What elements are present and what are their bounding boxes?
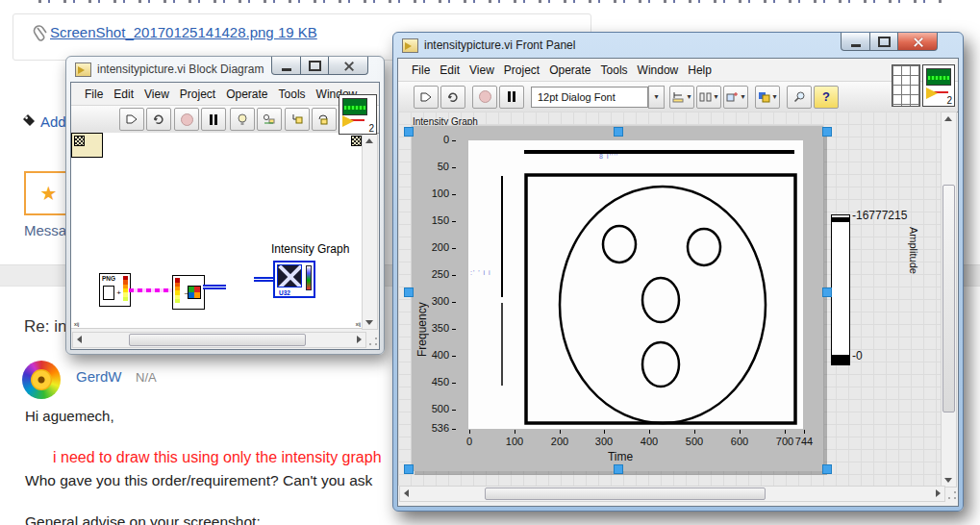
run-continuous-button[interactable]	[440, 86, 465, 109]
vi-icon[interactable]: 2	[339, 94, 377, 135]
array-wire-2[interactable]	[254, 277, 274, 282]
reorder-button[interactable]: ▾	[755, 86, 780, 109]
pixmap-wire[interactable]	[129, 288, 173, 292]
attachment-link[interactable]: ScreenShot_20170125141428.png 19 KB	[50, 24, 317, 40]
run-continuous-icon	[152, 113, 165, 125]
abort-button[interactable]	[174, 108, 199, 131]
scroll-thumb[interactable]	[129, 334, 306, 346]
font-dropdown-button[interactable]: ▾	[648, 86, 665, 109]
retain-wire-values-button[interactable]	[257, 108, 282, 131]
fp-panel-area[interactable]: Intensity Graph	[398, 112, 944, 486]
close-button[interactable]	[328, 57, 368, 75]
scroll-thumb[interactable]	[485, 488, 766, 500]
step-over-button[interactable]	[312, 108, 337, 131]
menu-item[interactable]: Operate	[226, 88, 267, 101]
menu-item[interactable]: Project	[180, 88, 215, 101]
intensity-graph-terminal[interactable]: U32	[273, 261, 315, 298]
read-png-node[interactable]: PNG	[99, 273, 131, 307]
unflatten-pixmap-node[interactable]: →	[172, 275, 205, 310]
menu-item[interactable]: File	[85, 88, 103, 101]
menu-item[interactable]: Project	[504, 63, 540, 77]
pause-button[interactable]	[201, 108, 226, 131]
selection-handle[interactable]	[614, 464, 623, 474]
maximize-button[interactable]	[301, 57, 328, 75]
x-axis-tick: 600	[723, 436, 756, 447]
run-continuous-button[interactable]	[146, 108, 171, 131]
resize-grip[interactable]	[366, 336, 379, 348]
scroll-left-icon[interactable]	[77, 336, 82, 343]
intensity-graph-control[interactable]: 8 I'''' :' ' i i 05010015020025030035040…	[411, 125, 823, 471]
grid-align-icon[interactable]	[892, 64, 920, 107]
scroll-right-icon[interactable]	[357, 336, 362, 343]
menu-item[interactable]: Operate	[549, 63, 591, 77]
selection-handle[interactable]	[404, 464, 414, 474]
scroll-thumb[interactable]	[942, 185, 955, 412]
step-into-button[interactable]	[285, 108, 310, 131]
avatar[interactable]	[22, 361, 61, 399]
highlight-execution-button[interactable]	[230, 108, 255, 131]
color-ramp[interactable]	[831, 214, 850, 365]
menu-item[interactable]: View	[144, 88, 169, 101]
menu-item[interactable]: Edit	[440, 63, 460, 77]
scroll-left-icon[interactable]	[404, 489, 409, 497]
font-selector-value: 12pt Dialog Font	[538, 91, 616, 103]
minimize-button[interactable]	[271, 57, 301, 75]
x-axis-label: Time	[599, 450, 641, 463]
menu-item[interactable]: Edit	[113, 88, 134, 101]
scroll-up-icon[interactable]	[944, 116, 952, 121]
menu-item[interactable]: Window	[638, 63, 679, 77]
fp-vscrollbar[interactable]	[941, 112, 957, 488]
menu-item[interactable]: View	[469, 63, 494, 77]
pause-icon	[210, 114, 217, 125]
vi-file-icon	[75, 62, 91, 77]
bd-vscrollbar[interactable]	[362, 134, 378, 330]
align-objects-icon	[672, 91, 685, 103]
menu-item[interactable]: File	[412, 63, 430, 77]
array-wire-1[interactable]	[203, 285, 226, 289]
selection-handle[interactable]	[614, 127, 623, 137]
resize-objects-button[interactable]: ▾	[723, 86, 748, 109]
author-link[interactable]: GerdW	[76, 368, 122, 385]
scroll-right-icon[interactable]	[936, 489, 941, 497]
x-axis-tick: 0	[453, 436, 486, 447]
close-button[interactable]	[897, 33, 938, 51]
selection-handle[interactable]	[404, 288, 414, 297]
menu-item[interactable]: Help	[688, 63, 712, 77]
fp-hscrollbar[interactable]	[399, 486, 945, 502]
scroll-up-icon[interactable]	[365, 138, 373, 143]
abort-button[interactable]	[472, 86, 497, 109]
font-selector[interactable]: 12pt Dialog Font	[531, 87, 648, 108]
maximize-button[interactable]	[870, 33, 897, 51]
selection-handle[interactable]	[404, 127, 414, 137]
selection-handle[interactable]	[822, 464, 832, 474]
bd-hscrollbar[interactable]	[72, 332, 366, 348]
search-button[interactable]	[787, 86, 812, 109]
paperclip-icon	[33, 25, 48, 44]
scroll-down-icon[interactable]	[944, 478, 952, 483]
intensity-image	[468, 140, 803, 429]
graph-plot-area[interactable]: 8 I'''' :' ' i i	[468, 140, 803, 429]
minimize-button[interactable]	[841, 33, 870, 51]
x-axis-tick: 300	[588, 436, 620, 447]
pause-icon	[508, 91, 515, 102]
selection-handle[interactable]	[822, 288, 832, 297]
menu-item[interactable]: Tools	[601, 63, 628, 77]
context-help-button[interactable]: ?	[814, 86, 839, 109]
selection-handle[interactable]	[822, 127, 832, 137]
run-button[interactable]	[414, 86, 439, 109]
add-tags-link[interactable]: Add	[40, 113, 66, 130]
bd-canvas[interactable]: PNG → xij xij Intensity	[71, 133, 364, 329]
close-icon	[913, 37, 923, 47]
scroll-down-icon[interactable]	[365, 320, 373, 325]
dropdown-arrow-icon: ▾	[687, 92, 691, 101]
distribute-objects-button[interactable]: ▾	[696, 86, 721, 109]
pause-button[interactable]	[499, 86, 524, 109]
transpose-array-node[interactable]: xij xij	[71, 133, 103, 158]
vi-icon[interactable]: 2	[922, 64, 955, 107]
fp-content: FileEditViewProjectOperateToolsWindowHel…	[397, 58, 959, 507]
run-button[interactable]	[119, 108, 144, 131]
align-objects-button[interactable]: ▾	[669, 86, 694, 109]
resize-grip[interactable]	[945, 489, 958, 502]
y-axis-tick: 50	[412, 161, 456, 172]
menu-item[interactable]: Tools	[279, 88, 306, 101]
